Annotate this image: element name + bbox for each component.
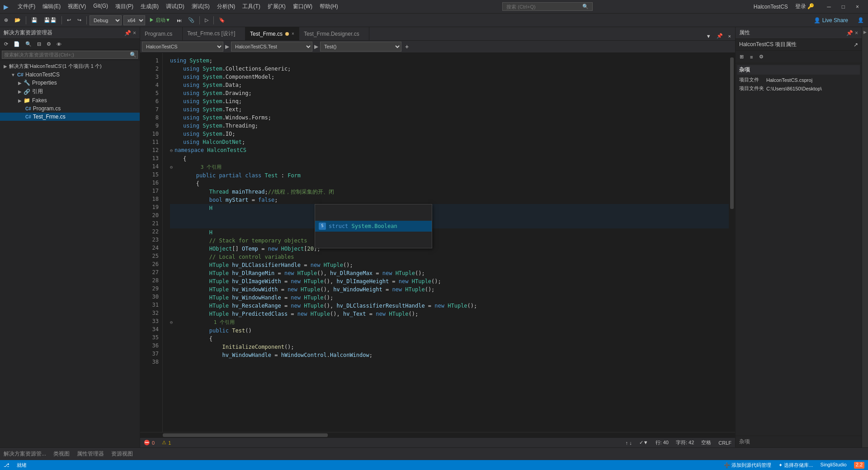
vertical-scrollbar[interactable]: [729, 53, 735, 432]
se-search-input[interactable]: [2, 51, 138, 59]
undo-button[interactable]: ↩: [65, 16, 73, 24]
code-line-10: using System.IO;: [170, 130, 729, 138]
status-add-source[interactable]: ➕ 添加到源代码管理: [724, 462, 771, 469]
bottom-tab-property-manager[interactable]: 属性管理器: [77, 448, 104, 460]
code-line-1: using System;: [170, 57, 729, 65]
tree-properties[interactable]: ▶ 🔧 Properties: [0, 79, 140, 87]
account-button[interactable]: 👤: [855, 16, 866, 24]
error-indicator[interactable]: ⛔ 0: [144, 440, 155, 446]
method-dropdown[interactable]: Test(): [320, 42, 401, 52]
horizontal-scrollbar[interactable]: [140, 432, 735, 437]
tree-fakes[interactable]: ▶ 📁 Fakes: [0, 96, 140, 104]
project-expand-icon: ▼: [11, 72, 15, 77]
bottom-tab-class-view[interactable]: 类视图: [53, 448, 70, 460]
menu-project[interactable]: 项目(P): [112, 1, 137, 12]
se-preview-button[interactable]: 👁: [54, 40, 64, 48]
rp-bottom-label: 杂项: [739, 438, 750, 445]
bookmark-button[interactable]: 🔖: [217, 16, 227, 24]
close-button[interactable]: ×: [850, 2, 864, 12]
goto-button[interactable]: ✓▼: [639, 440, 648, 446]
bottom-tab-resource-view[interactable]: 资源视图: [111, 448, 133, 460]
warning-indicator[interactable]: ⚠ 1: [162, 440, 171, 446]
tree-testfrme[interactable]: C# Test_Frme.cs: [0, 113, 140, 121]
platform-dropdown[interactable]: x64 x86: [123, 15, 145, 25]
login-button[interactable]: 登录 🔑: [795, 3, 814, 10]
menu-view[interactable]: 视图(V): [64, 1, 90, 12]
redo-button[interactable]: ↪: [75, 16, 84, 24]
tab-pin-button[interactable]: 📌: [714, 32, 725, 40]
step-over-button[interactable]: ⏭: [175, 16, 184, 24]
code-line-8: using System.Windows.Forms;: [170, 114, 729, 122]
se-collapse-button[interactable]: ⊟: [35, 40, 43, 48]
namespace-dropdown[interactable]: HalconTestCS: [142, 42, 223, 52]
app-logo: ▶: [4, 3, 9, 10]
se-close-button[interactable]: ×: [133, 30, 136, 36]
menu-file[interactable]: 文件(F): [14, 1, 39, 12]
se-show-all-button[interactable]: 📄: [11, 40, 22, 48]
menu-window[interactable]: 窗口(W): [289, 1, 316, 12]
menu-help[interactable]: 帮助(H): [316, 1, 342, 12]
debug-config-dropdown[interactable]: Debug Release: [90, 15, 122, 25]
new-project-button[interactable]: ⊕: [2, 16, 10, 24]
menu-tools[interactable]: 工具(T): [239, 1, 264, 12]
tab-program[interactable]: Program.cs ×: [140, 27, 183, 40]
code-line-31: HTuple hv_WindowWidth = new HTuple(), hv…: [170, 285, 729, 294]
properties-icon: 🔧: [24, 80, 30, 86]
attach-button[interactable]: 📎: [186, 16, 197, 24]
tree-project[interactable]: ▼ C# HalconTestCS: [0, 71, 140, 79]
solution-expand-icon: ▶: [4, 64, 7, 69]
tab-overflow-button[interactable]: ▼: [704, 32, 713, 40]
run-tests-button[interactable]: ▷: [203, 16, 211, 24]
code-line-5: using System.Drawing;: [170, 89, 729, 97]
restore-button[interactable]: □: [836, 2, 850, 12]
code-line-24: HObject[] OTemp = new HObject[20];: [170, 245, 729, 253]
se-tree: ▶ 解决方案'HalconTestCS'(1 个项目/共 1 个) ▼ C# H…: [0, 60, 140, 447]
menu-test[interactable]: 测试(S): [188, 1, 213, 12]
menu-analyze[interactable]: 分析(N): [213, 1, 239, 12]
git-icon: ⎇: [4, 462, 9, 468]
global-search-input[interactable]: [506, 4, 582, 9]
minimize-button[interactable]: ─: [821, 2, 836, 12]
rp-settings-button[interactable]: ⚙: [757, 52, 766, 61]
tab-designer[interactable]: Test_Frme.Designer.cs ×: [299, 27, 370, 40]
code-line-20: H 始图像 S struct System.Boolean: [170, 204, 729, 228]
menu-build[interactable]: 生成(B): [137, 1, 162, 12]
save-all-button[interactable]: 💾💾: [42, 16, 59, 24]
testfrme-label: Test_Frme.cs: [33, 114, 66, 120]
activity-server-button[interactable]: ▶: [863, 29, 868, 35]
class-dropdown[interactable]: HalconTestCS.Test: [231, 42, 312, 52]
rp-list-view-button[interactable]: ≡: [748, 53, 755, 61]
menu-edit[interactable]: 编辑(E): [39, 1, 64, 12]
live-share-button[interactable]: 👤 Live Share: [810, 16, 852, 24]
rp-close-button[interactable]: ×: [855, 30, 858, 36]
fakes-icon: 📁: [24, 97, 30, 104]
code-line-29: HTuple hv_DlRangeMin = new HTuple(), hv_…: [170, 269, 729, 277]
menu-extensions[interactable]: 扩展(X): [264, 1, 289, 12]
save-button[interactable]: 💾: [29, 16, 40, 24]
start-button[interactable]: ▶ 启动▼: [147, 15, 173, 25]
se-pin-button[interactable]: 📌: [124, 30, 131, 36]
bottom-tab-solution-explorer[interactable]: 解决方案资源管...: [4, 448, 46, 460]
open-button[interactable]: 📂: [12, 16, 23, 24]
rp-expand-icon[interactable]: ↗: [854, 42, 858, 48]
se-sync-button[interactable]: ⟳: [2, 40, 10, 48]
menu-debug[interactable]: 调试(D): [162, 1, 188, 12]
menu-git[interactable]: Git(G): [90, 1, 112, 12]
tab-close-all-button[interactable]: ×: [726, 32, 733, 40]
tree-solution[interactable]: ▶ 解决方案'HalconTestCS'(1 个项目/共 1 个): [0, 62, 140, 71]
tree-references[interactable]: ▶ 🔗 引用: [0, 87, 140, 96]
status-select-repo[interactable]: ✦ 选择存储库...: [778, 462, 813, 469]
tab-testfrme-close[interactable]: ×: [292, 31, 294, 36]
se-filter-button[interactable]: 🔍: [23, 40, 34, 48]
tab-testfrme[interactable]: Test_Frme.cs ×: [245, 27, 299, 40]
se-settings-button[interactable]: ⚙: [44, 40, 53, 48]
autocomplete-item-boolean[interactable]: S struct System.Boolean: [315, 221, 432, 232]
code-content[interactable]: using System; using System.Collections.G…: [163, 53, 729, 432]
tree-program[interactable]: C# Program.cs: [0, 104, 140, 113]
code-line-34: HTuple hv_PredictedClass = new HTuple(),…: [170, 310, 729, 318]
code-line-19: bool myStart = false;: [170, 196, 729, 204]
rp-grid-view-button[interactable]: ⊞: [737, 52, 746, 61]
add-member-button[interactable]: +: [403, 43, 410, 50]
rp-pin-button[interactable]: 📌: [846, 30, 853, 36]
tab-testfrme-design[interactable]: Test_Frme.cs [设计] ×: [183, 27, 245, 40]
